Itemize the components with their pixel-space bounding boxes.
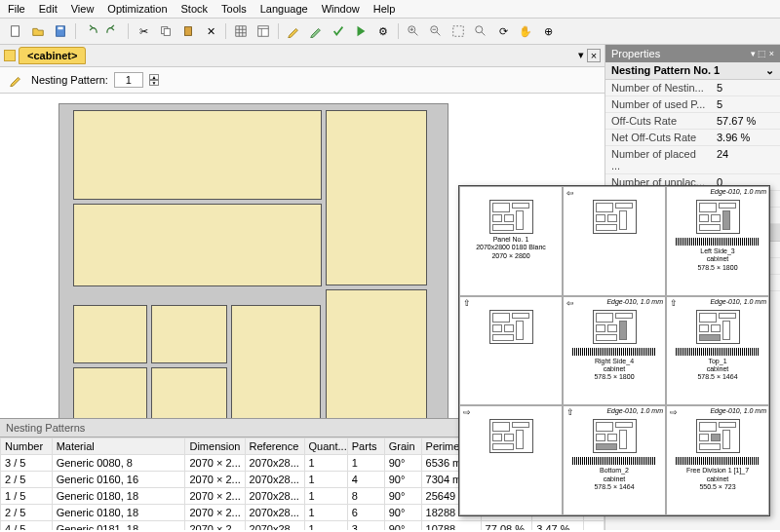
col-header[interactable]: Material [52, 438, 185, 455]
arrow-icon: ⇨ [463, 407, 471, 417]
nesting-pattern-input[interactable] [114, 72, 143, 88]
label-title: Bottom_2 [566, 467, 662, 475]
edge-label: Edge-010, 1.0 mm [606, 407, 663, 414]
table-row[interactable]: 4 / 5Generic 0181, 182070 × 2...2070x28.… [1, 521, 604, 531]
zoom-sel-icon[interactable] [471, 21, 490, 41]
props-icon[interactable] [254, 21, 273, 41]
label-cell[interactable]: Panel No. 1 2070x2800 0180 Blanc 2070 × … [459, 186, 563, 296]
menu-file[interactable]: File [8, 3, 25, 15]
check-icon[interactable] [329, 21, 348, 41]
arrow-icon: ⇨ [670, 407, 678, 417]
col-header[interactable]: Grain [384, 438, 421, 455]
label-dim: 578.5 × 1464 [670, 373, 765, 381]
cut-icon[interactable]: ✂ [134, 21, 153, 41]
settings-icon[interactable]: ⚙ [373, 21, 393, 41]
paste-icon[interactable] [178, 21, 198, 41]
redo-icon[interactable] [103, 21, 123, 41]
edit-icon[interactable] [284, 21, 303, 41]
menu-language[interactable]: Language [260, 3, 308, 15]
panel-controls[interactable]: ▾ ⬚ × [751, 49, 774, 58]
menu-help[interactable]: Help [373, 3, 396, 15]
nesting-pattern-label: Nesting Pattern: [31, 74, 108, 86]
svg-rect-5 [185, 27, 192, 36]
svg-rect-6 [258, 26, 269, 37]
arrow-icon: ⇦ [566, 188, 574, 198]
new-icon[interactable] [6, 21, 25, 41]
open-icon[interactable] [28, 21, 48, 41]
svg-rect-0 [12, 26, 20, 37]
menu-optimization[interactable]: Optimization [107, 3, 167, 15]
col-header[interactable]: Number [1, 438, 53, 455]
pattern-spinner[interactable]: ▲▼ [149, 74, 159, 86]
delete-icon[interactable]: ✕ [201, 21, 220, 41]
menu-tools[interactable]: Tools [221, 3, 247, 15]
copy-icon[interactable] [156, 21, 176, 41]
label-cell[interactable]: Edge-010, 1.0 mm Left Side_3 cabinet 578… [666, 186, 769, 296]
tab-icon [4, 50, 16, 61]
prop-row: Number of Nestin...5 [605, 80, 780, 96]
undo-icon[interactable] [81, 21, 100, 41]
label-sub: cabinet [566, 475, 662, 483]
run-icon[interactable] [351, 21, 370, 41]
label-cell[interactable]: ⇨ Edge-010, 1.0 mm Free Division 1 [1]_7… [666, 405, 769, 515]
target-icon[interactable]: ⊕ [538, 21, 558, 41]
menu-window[interactable]: Window [322, 3, 360, 15]
menu-view[interactable]: View [71, 3, 95, 15]
arrow-icon: ⇧ [670, 298, 678, 308]
label-cell[interactable]: ⇧ Edge-010, 1.0 mm Bottom_2 cabinet 578.… [563, 405, 666, 515]
barcode [676, 238, 760, 246]
hand-icon[interactable]: ✋ [516, 21, 535, 41]
label-sub: cabinet [670, 365, 765, 373]
zoom-in-icon[interactable] [404, 21, 423, 41]
svg-rect-4 [164, 28, 170, 35]
label-title: Top_1 [670, 358, 765, 365]
label-sub: cabinet [670, 255, 765, 263]
label-dim: 578.5 × 1800 [566, 373, 662, 381]
edge-label: Edge-010, 1.0 mm [710, 407, 766, 414]
save-icon[interactable] [51, 21, 70, 41]
label-dim: 578.5 × 1800 [670, 264, 765, 272]
prop-row: Net Off-Cuts Rate3.96 % [605, 130, 780, 146]
label-cell[interactable]: ⇨ [459, 405, 563, 515]
main-toolbar: ✂ ✕ ⚙ ⟳ ✋ ⊕ [0, 19, 780, 45]
menubar: FileEditViewOptimizationStockToolsLangua… [0, 0, 780, 19]
zoom-fit-icon[interactable] [448, 21, 468, 41]
label-dim: 2070 × 2800 [463, 252, 559, 260]
tab-dropdown-icon[interactable]: ▾ [578, 49, 584, 62]
edit2-icon[interactable] [306, 21, 326, 41]
svg-point-10 [476, 26, 483, 33]
barcode [572, 457, 656, 465]
edge-label: Edge-010, 1.0 mm [710, 188, 766, 195]
label-cell[interactable]: ⇦ [563, 186, 666, 296]
menu-stock[interactable]: Stock [181, 3, 209, 15]
zoom-out-icon[interactable] [426, 21, 446, 41]
arrow-icon: ⇧ [566, 407, 574, 417]
nesting-toolbar: Nesting Pattern: ▲▼ [0, 67, 604, 94]
close-icon[interactable]: × [587, 49, 601, 62]
arrow-icon: ⇧ [463, 298, 471, 308]
grid-icon[interactable] [231, 21, 251, 41]
label-cell[interactable]: ⇧ [459, 296, 563, 406]
barcode [572, 348, 656, 356]
barcode [676, 348, 760, 356]
col-header[interactable]: Quant... [304, 438, 347, 455]
prop-section-1[interactable]: Nesting Pattern No. 1⌄ [605, 62, 780, 80]
label-sub: 2070x2800 0180 Blanc [463, 244, 559, 251]
tab-cabinet[interactable]: <cabinet> [19, 47, 86, 64]
svg-rect-2 [58, 27, 62, 30]
label-dim: 578.5 × 1464 [566, 483, 662, 491]
label-title: Free Division 1 [1]_7 [670, 467, 765, 475]
col-header[interactable]: Parts [347, 438, 384, 455]
labels-preview-popup[interactable]: Panel No. 1 2070x2800 0180 Blanc 2070 × … [458, 185, 770, 516]
label-cell[interactable]: ⇧ Edge-010, 1.0 mm Top_1 cabinet 578.5 ×… [666, 296, 769, 406]
menu-edit[interactable]: Edit [39, 3, 58, 15]
arrow-icon: ⇦ [566, 298, 574, 308]
col-header[interactable]: Reference [245, 438, 304, 455]
label-sub: cabinet [670, 475, 765, 483]
edit-pattern-icon[interactable] [6, 70, 25, 90]
refresh-icon[interactable]: ⟳ [493, 21, 513, 41]
label-cell[interactable]: ⇦ Edge-010, 1.0 mm Right Side_4 cabinet … [563, 296, 666, 406]
barcode [676, 457, 760, 465]
edge-label: Edge-010, 1.0 mm [606, 298, 663, 305]
col-header[interactable]: Dimension [185, 438, 245, 455]
